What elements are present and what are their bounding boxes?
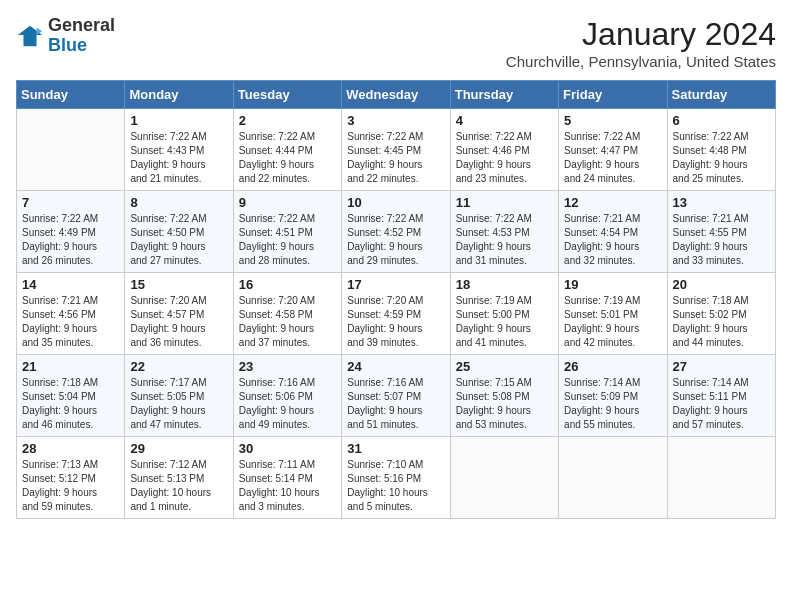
calendar-cell: 18Sunrise: 7:19 AMSunset: 5:00 PMDayligh…: [450, 273, 558, 355]
calendar-body: 1Sunrise: 7:22 AMSunset: 4:43 PMDaylight…: [17, 109, 776, 519]
calendar-cell: [450, 437, 558, 519]
day-number: 1: [130, 113, 227, 128]
day-info: Sunrise: 7:20 AMSunset: 4:58 PMDaylight:…: [239, 294, 336, 350]
calendar-cell: 21Sunrise: 7:18 AMSunset: 5:04 PMDayligh…: [17, 355, 125, 437]
day-number: 15: [130, 277, 227, 292]
day-info: Sunrise: 7:14 AMSunset: 5:09 PMDaylight:…: [564, 376, 661, 432]
day-info: Sunrise: 7:14 AMSunset: 5:11 PMDaylight:…: [673, 376, 770, 432]
day-number: 27: [673, 359, 770, 374]
day-info: Sunrise: 7:20 AMSunset: 4:57 PMDaylight:…: [130, 294, 227, 350]
day-number: 11: [456, 195, 553, 210]
day-number: 25: [456, 359, 553, 374]
day-info: Sunrise: 7:22 AMSunset: 4:50 PMDaylight:…: [130, 212, 227, 268]
day-header-saturday: Saturday: [667, 81, 775, 109]
day-number: 22: [130, 359, 227, 374]
calendar-cell: 24Sunrise: 7:16 AMSunset: 5:07 PMDayligh…: [342, 355, 450, 437]
day-number: 28: [22, 441, 119, 456]
logo-text: General Blue: [48, 16, 115, 56]
week-row-2: 7Sunrise: 7:22 AMSunset: 4:49 PMDaylight…: [17, 191, 776, 273]
calendar-cell: 6Sunrise: 7:22 AMSunset: 4:48 PMDaylight…: [667, 109, 775, 191]
day-info: Sunrise: 7:21 AMSunset: 4:56 PMDaylight:…: [22, 294, 119, 350]
calendar-cell: 13Sunrise: 7:21 AMSunset: 4:55 PMDayligh…: [667, 191, 775, 273]
day-header-wednesday: Wednesday: [342, 81, 450, 109]
day-info: Sunrise: 7:22 AMSunset: 4:53 PMDaylight:…: [456, 212, 553, 268]
calendar-cell: 25Sunrise: 7:15 AMSunset: 5:08 PMDayligh…: [450, 355, 558, 437]
calendar-cell: 17Sunrise: 7:20 AMSunset: 4:59 PMDayligh…: [342, 273, 450, 355]
day-number: 30: [239, 441, 336, 456]
day-info: Sunrise: 7:16 AMSunset: 5:06 PMDaylight:…: [239, 376, 336, 432]
calendar-table: SundayMondayTuesdayWednesdayThursdayFrid…: [16, 80, 776, 519]
calendar-cell: 26Sunrise: 7:14 AMSunset: 5:09 PMDayligh…: [559, 355, 667, 437]
calendar-cell: 1Sunrise: 7:22 AMSunset: 4:43 PMDaylight…: [125, 109, 233, 191]
calendar-cell: [667, 437, 775, 519]
day-number: 7: [22, 195, 119, 210]
day-number: 13: [673, 195, 770, 210]
day-info: Sunrise: 7:19 AMSunset: 5:00 PMDaylight:…: [456, 294, 553, 350]
calendar-header-row: SundayMondayTuesdayWednesdayThursdayFrid…: [17, 81, 776, 109]
day-number: 2: [239, 113, 336, 128]
calendar-cell: 31Sunrise: 7:10 AMSunset: 5:16 PMDayligh…: [342, 437, 450, 519]
week-row-3: 14Sunrise: 7:21 AMSunset: 4:56 PMDayligh…: [17, 273, 776, 355]
day-info: Sunrise: 7:17 AMSunset: 5:05 PMDaylight:…: [130, 376, 227, 432]
calendar-cell: 27Sunrise: 7:14 AMSunset: 5:11 PMDayligh…: [667, 355, 775, 437]
calendar-cell: 16Sunrise: 7:20 AMSunset: 4:58 PMDayligh…: [233, 273, 341, 355]
day-number: 14: [22, 277, 119, 292]
day-info: Sunrise: 7:22 AMSunset: 4:43 PMDaylight:…: [130, 130, 227, 186]
day-number: 29: [130, 441, 227, 456]
day-info: Sunrise: 7:22 AMSunset: 4:52 PMDaylight:…: [347, 212, 444, 268]
calendar-cell: 12Sunrise: 7:21 AMSunset: 4:54 PMDayligh…: [559, 191, 667, 273]
calendar-cell: 14Sunrise: 7:21 AMSunset: 4:56 PMDayligh…: [17, 273, 125, 355]
day-number: 17: [347, 277, 444, 292]
day-number: 10: [347, 195, 444, 210]
day-info: Sunrise: 7:22 AMSunset: 4:47 PMDaylight:…: [564, 130, 661, 186]
title-area: January 2024 Churchville, Pennsylvania, …: [506, 16, 776, 70]
svg-marker-0: [18, 26, 42, 47]
logo-icon: [16, 22, 44, 50]
day-number: 18: [456, 277, 553, 292]
day-info: Sunrise: 7:18 AMSunset: 5:04 PMDaylight:…: [22, 376, 119, 432]
day-info: Sunrise: 7:19 AMSunset: 5:01 PMDaylight:…: [564, 294, 661, 350]
calendar-cell: [559, 437, 667, 519]
day-info: Sunrise: 7:20 AMSunset: 4:59 PMDaylight:…: [347, 294, 444, 350]
calendar-cell: 4Sunrise: 7:22 AMSunset: 4:46 PMDaylight…: [450, 109, 558, 191]
day-header-tuesday: Tuesday: [233, 81, 341, 109]
day-info: Sunrise: 7:22 AMSunset: 4:44 PMDaylight:…: [239, 130, 336, 186]
day-info: Sunrise: 7:21 AMSunset: 4:55 PMDaylight:…: [673, 212, 770, 268]
calendar-cell: [17, 109, 125, 191]
day-info: Sunrise: 7:15 AMSunset: 5:08 PMDaylight:…: [456, 376, 553, 432]
day-number: 26: [564, 359, 661, 374]
day-number: 19: [564, 277, 661, 292]
day-number: 23: [239, 359, 336, 374]
week-row-5: 28Sunrise: 7:13 AMSunset: 5:12 PMDayligh…: [17, 437, 776, 519]
day-number: 16: [239, 277, 336, 292]
day-number: 21: [22, 359, 119, 374]
day-info: Sunrise: 7:22 AMSunset: 4:45 PMDaylight:…: [347, 130, 444, 186]
day-info: Sunrise: 7:16 AMSunset: 5:07 PMDaylight:…: [347, 376, 444, 432]
calendar-cell: 23Sunrise: 7:16 AMSunset: 5:06 PMDayligh…: [233, 355, 341, 437]
day-info: Sunrise: 7:18 AMSunset: 5:02 PMDaylight:…: [673, 294, 770, 350]
calendar-cell: 11Sunrise: 7:22 AMSunset: 4:53 PMDayligh…: [450, 191, 558, 273]
location: Churchville, Pennsylvania, United States: [506, 53, 776, 70]
day-info: Sunrise: 7:13 AMSunset: 5:12 PMDaylight:…: [22, 458, 119, 514]
day-info: Sunrise: 7:10 AMSunset: 5:16 PMDaylight:…: [347, 458, 444, 514]
calendar-cell: 3Sunrise: 7:22 AMSunset: 4:45 PMDaylight…: [342, 109, 450, 191]
day-number: 31: [347, 441, 444, 456]
day-header-thursday: Thursday: [450, 81, 558, 109]
week-row-1: 1Sunrise: 7:22 AMSunset: 4:43 PMDaylight…: [17, 109, 776, 191]
day-number: 24: [347, 359, 444, 374]
day-header-friday: Friday: [559, 81, 667, 109]
day-number: 20: [673, 277, 770, 292]
week-row-4: 21Sunrise: 7:18 AMSunset: 5:04 PMDayligh…: [17, 355, 776, 437]
day-info: Sunrise: 7:22 AMSunset: 4:49 PMDaylight:…: [22, 212, 119, 268]
day-info: Sunrise: 7:22 AMSunset: 4:48 PMDaylight:…: [673, 130, 770, 186]
calendar-cell: 22Sunrise: 7:17 AMSunset: 5:05 PMDayligh…: [125, 355, 233, 437]
day-header-monday: Monday: [125, 81, 233, 109]
day-number: 9: [239, 195, 336, 210]
calendar-cell: 15Sunrise: 7:20 AMSunset: 4:57 PMDayligh…: [125, 273, 233, 355]
day-number: 3: [347, 113, 444, 128]
calendar-cell: 20Sunrise: 7:18 AMSunset: 5:02 PMDayligh…: [667, 273, 775, 355]
header: General Blue January 2024 Churchville, P…: [16, 16, 776, 70]
calendar-cell: 10Sunrise: 7:22 AMSunset: 4:52 PMDayligh…: [342, 191, 450, 273]
calendar-cell: 9Sunrise: 7:22 AMSunset: 4:51 PMDaylight…: [233, 191, 341, 273]
calendar-cell: 29Sunrise: 7:12 AMSunset: 5:13 PMDayligh…: [125, 437, 233, 519]
